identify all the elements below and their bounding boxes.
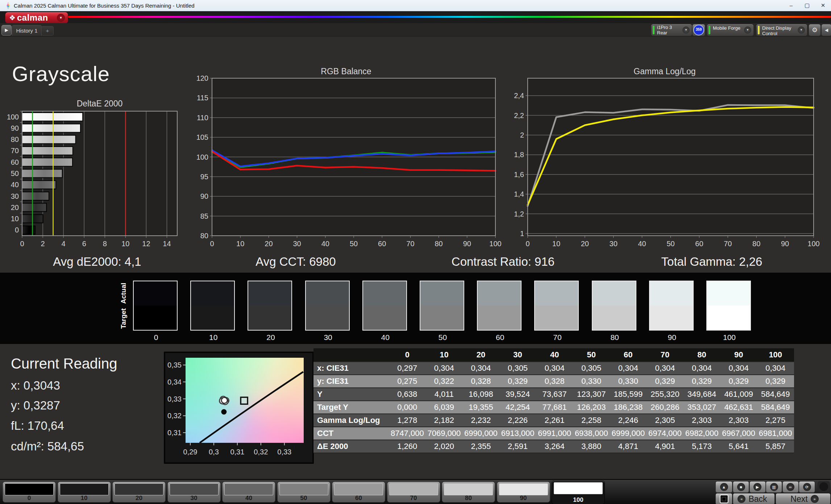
pattern-button-10[interactable]: 10	[58, 482, 111, 503]
add-tab-button[interactable]: +	[41, 26, 54, 35]
pattern-button-0[interactable]: 0	[3, 482, 56, 503]
back-button[interactable]: « Back	[733, 493, 775, 504]
svg-text:RGB Balance: RGB Balance	[321, 67, 371, 76]
display-control-dropdown[interactable]: Direct Display Control ▼	[756, 24, 807, 36]
refresh-button[interactable]: ⟳	[799, 481, 815, 493]
play-button[interactable]: ▶	[749, 481, 766, 493]
pattern-color-patch	[499, 483, 548, 495]
minimize-icon[interactable]: –	[783, 0, 799, 11]
table-col-header-50: 50	[573, 348, 610, 362]
pattern-button-60[interactable]: 60	[332, 482, 385, 503]
table-col-header-30: 30	[499, 348, 536, 362]
history-nav-button[interactable]: ▶	[1, 25, 12, 35]
table-cell-50: 126,203	[573, 401, 610, 414]
table-col-header-0: 0	[389, 348, 426, 362]
settings-button[interactable]: ⚙	[809, 24, 821, 36]
avg-cct-value: Avg CCT: 6980	[255, 255, 336, 269]
calman-menu-button[interactable]: ❖ calman ▼	[5, 12, 68, 24]
pattern-level-label: 40	[223, 495, 275, 502]
table-cell-30: 39,524	[499, 388, 536, 401]
maximize-icon[interactable]: ▢	[799, 0, 815, 11]
table-cell-70: 6974,000	[647, 427, 684, 440]
table-cell-50: 3,880	[573, 440, 610, 453]
table-cell-0: 0,638	[389, 388, 426, 401]
swatch-level-label: 70	[535, 333, 579, 342]
table-cell-60: 0,330	[610, 375, 647, 388]
table-cell-90: 462,631	[720, 401, 757, 414]
app-icon	[5, 2, 12, 9]
table-row-label: ΔE 2000	[313, 440, 389, 453]
table-cell-20: 6990,000	[462, 427, 499, 440]
actual-swatch	[650, 281, 693, 306]
target-swatch	[650, 306, 693, 330]
svg-text:10: 10	[121, 240, 129, 248]
single-pattern-button[interactable]: ▥	[766, 481, 782, 493]
table-cell-60: 186,238	[610, 401, 647, 414]
chevron-down-icon: ▼	[744, 26, 751, 34]
pattern-color-patch	[444, 483, 493, 495]
pattern-level-label: 100	[552, 496, 604, 504]
grayscale-swatch-40: 40	[362, 281, 407, 331]
grayscale-swatch-10: 10	[190, 281, 235, 331]
svg-text:60: 60	[378, 240, 386, 248]
pattern-window-button[interactable]	[715, 493, 732, 504]
stop-icon: ■	[737, 483, 745, 491]
actual-swatch	[478, 281, 521, 306]
stop-button[interactable]: ■	[733, 481, 749, 493]
table-cell-60: 185,599	[610, 388, 647, 401]
svg-text:0: 0	[15, 226, 19, 234]
play-icon: ▶	[5, 28, 8, 33]
actual-swatch	[306, 281, 349, 306]
grayscale-swatch-60: 60	[477, 281, 522, 331]
pattern-button-100[interactable]: 100	[552, 480, 605, 504]
tab-history-1[interactable]: History 1	[12, 25, 42, 36]
svg-text:80: 80	[752, 240, 760, 248]
svg-text:0,35: 0,35	[167, 361, 182, 369]
table-row-label: Y	[313, 388, 389, 401]
table-cell-80: 5,173	[684, 440, 720, 453]
svg-text:60: 60	[11, 158, 19, 166]
grayscale-swatch-strip: Actual Target 0102030405060708090100	[0, 273, 831, 344]
table-cell-100: 0,329	[757, 375, 794, 388]
swatch-level-label: 50	[420, 333, 465, 342]
refresh-icon: ⟳	[803, 483, 811, 491]
pattern-button-30[interactable]: 30	[167, 482, 221, 503]
source-dropdown[interactable]: Mobile Forge ▼	[707, 24, 754, 36]
swatch-level-label: 60	[478, 333, 522, 342]
pattern-button-90[interactable]: 90	[497, 482, 550, 503]
meter-dropdown[interactable]: X-Rite i1Pro 3 Rear Projector ▼	[651, 24, 692, 36]
table-cell-40: 0,304	[536, 362, 573, 375]
svg-text:DeltaE 2000: DeltaE 2000	[77, 99, 123, 108]
pattern-level-label: 0	[3, 495, 55, 502]
table-cell-10: 0,304	[426, 362, 463, 375]
pattern-button-70[interactable]: 70	[387, 482, 440, 503]
table-cell-80: 0,329	[684, 375, 720, 388]
chevrons-right-icon: »	[811, 495, 819, 503]
pattern-button-80[interactable]: 80	[442, 482, 495, 503]
svg-text:4: 4	[62, 240, 66, 248]
next-button[interactable]: Next »	[776, 493, 831, 504]
table-cell-90: 5,641	[720, 440, 757, 453]
close-icon[interactable]: ✕	[815, 0, 831, 11]
table-row-label: y: CIE31	[313, 375, 389, 388]
pattern-button-40[interactable]: 40	[222, 482, 275, 503]
pattern-button-50[interactable]: 50	[277, 482, 331, 503]
table-cell-10: 6,039	[426, 401, 463, 414]
actual-swatch	[593, 281, 636, 306]
chevrons-left-icon: «	[737, 495, 745, 503]
display-control-label: Direct Display Control	[762, 25, 795, 36]
collapse-panel-button[interactable]: ◀	[821, 24, 831, 36]
svg-text:1,6: 1,6	[514, 171, 524, 178]
svg-text:0: 0	[525, 240, 529, 248]
svg-text:0,32: 0,32	[254, 448, 268, 456]
continuous-button[interactable]: ∞	[782, 481, 799, 493]
target-swatch	[707, 306, 750, 330]
pattern-button-20[interactable]: 20	[112, 482, 166, 503]
meter-count-button[interactable]: 359	[692, 24, 705, 36]
svg-text:2,2: 2,2	[514, 112, 524, 119]
target-swatch	[306, 306, 349, 330]
svg-text:12: 12	[142, 240, 150, 248]
svg-text:2: 2	[520, 131, 524, 139]
chevron-left-icon: ◀	[825, 28, 828, 33]
pattern-up-button[interactable]: ▲	[715, 481, 732, 493]
